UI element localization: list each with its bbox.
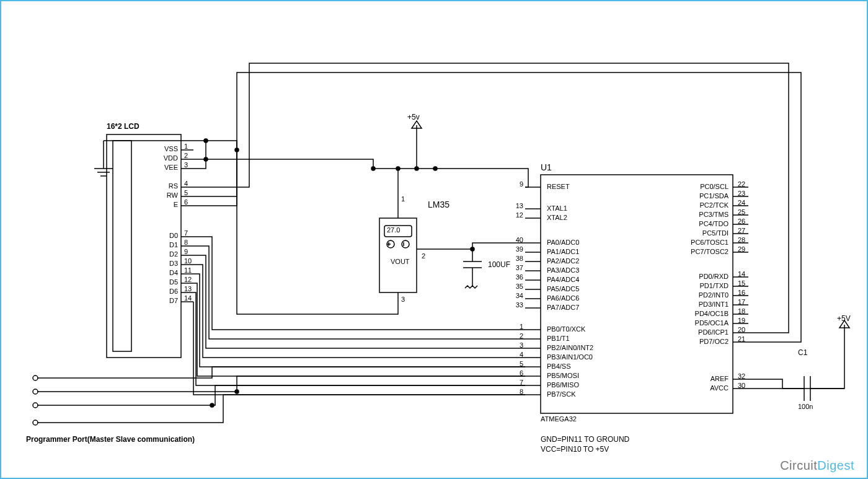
cap2-supply: +5V <box>837 314 851 323</box>
lcd-pin-num-9: 9 <box>184 248 188 255</box>
mcu-right-name-PD7/OC2: PD7/OC2 <box>663 338 728 345</box>
cap1-value: 100UF <box>488 260 510 269</box>
mcu-left-num-35: 35 <box>510 283 523 290</box>
mcu-part: ATMEGA32 <box>541 415 577 423</box>
lcd-title: 16*2 LCD <box>107 122 140 131</box>
mcu-right-num-22: 22 <box>738 180 745 188</box>
schematic-svg <box>1 1 867 478</box>
lm35-pin2: 2 <box>422 252 425 260</box>
svg-point-7 <box>33 376 38 380</box>
mcu-left-name-RESET: RESET <box>547 183 570 190</box>
note-gnd: GND=PIN11 TO GROUND <box>541 435 629 444</box>
lcd-pin-name-D1: D1 <box>144 241 178 248</box>
mcu-left-num-13: 13 <box>510 202 523 209</box>
note-vcc: VCC=PIN10 TO +5V <box>541 445 609 454</box>
mcu-right-num-18: 18 <box>738 307 745 315</box>
mcu-left-name-PA3/ADC3: PA3/ADC3 <box>547 266 579 274</box>
lm35-display: 27.0 <box>387 226 400 234</box>
lcd-pin-num-6: 6 <box>184 198 188 206</box>
mcu-left-name-XTAL1: XTAL1 <box>547 204 567 212</box>
svg-point-9 <box>33 403 38 408</box>
svg-point-10 <box>33 420 38 425</box>
mcu-left-name-PA0/ADC0: PA0/ADC0 <box>547 239 579 246</box>
mcu-right-num-14: 14 <box>738 270 745 278</box>
brand-a: Circuit <box>780 459 817 472</box>
lm35-vout: VOUT <box>391 258 410 265</box>
mcu-left-name-PA6/ADC6: PA6/ADC6 <box>547 294 579 302</box>
schematic-diagram: { "lcd":{ "title":"16*2 LCD", "pins":[ {… <box>0 0 868 479</box>
mcu-right-name-AVCC: AVCC <box>663 384 728 392</box>
mcu-right-name-PC0/SCL: PC0/SCL <box>663 183 728 190</box>
mcu-left-num-3: 3 <box>510 341 523 349</box>
lm35-supply: +5v <box>407 113 420 121</box>
mcu-right-num-32: 32 <box>738 372 745 380</box>
mcu-left-num-40: 40 <box>510 236 523 244</box>
mcu-right-num-29: 29 <box>738 245 745 253</box>
lcd-pin-num-7: 7 <box>184 229 188 237</box>
mcu-left-num-2: 2 <box>510 332 523 340</box>
cap2-ref: C1 <box>798 348 807 357</box>
mcu-right-num-23: 23 <box>738 190 745 197</box>
lcd-pin-num-10: 10 <box>184 257 192 265</box>
mcu-left-name-PB6/MISO: PB6/MISO <box>547 381 579 389</box>
mcu-left-name-PB0/T0/XCK: PB0/T0/XCK <box>547 325 585 333</box>
mcu-left-num-39: 39 <box>510 245 523 253</box>
mcu-left-num-1: 1 <box>510 323 523 330</box>
svg-point-6 <box>402 240 409 248</box>
lcd-pin-num-1: 1 <box>184 143 188 150</box>
mcu-left-name-PB1/T1: PB1/T1 <box>547 335 570 342</box>
lcd-pin-num-2: 2 <box>184 152 188 159</box>
mcu-left-num-12: 12 <box>510 211 523 219</box>
mcu-left-num-34: 34 <box>510 292 523 299</box>
lcd-pin-num-14: 14 <box>184 294 192 302</box>
mcu-left-name-PA2/ADC2: PA2/ADC2 <box>547 257 579 265</box>
mcu-left-num-36: 36 <box>510 273 523 281</box>
lcd-pin-num-8: 8 <box>184 239 188 246</box>
mcu-left-num-9: 9 <box>510 180 523 188</box>
mcu-right-name-PD1/TXD: PD1/TXD <box>663 282 728 289</box>
mcu-left-num-38: 38 <box>510 255 523 262</box>
lcd-pin-name-VSS: VSS <box>144 145 178 152</box>
mcu-right-name-PD0/RXD: PD0/RXD <box>663 273 728 280</box>
mcu-left-name-PB5/MOSI: PB5/MOSI <box>547 372 579 379</box>
lcd-pin-num-4: 4 <box>184 180 188 187</box>
lcd-pin-name-D5: D5 <box>144 278 178 286</box>
mcu-right-name-AREF: AREF <box>663 375 728 382</box>
lcd-pin-name-E: E <box>144 201 178 208</box>
mcu-right-name-PC6/TOSC1: PC6/TOSC1 <box>663 239 728 246</box>
mcu-left-num-37: 37 <box>510 264 523 271</box>
mcu-left-name-PB4/SS: PB4/SS <box>547 363 571 370</box>
mcu-right-name-PD5/OC1A: PD5/OC1A <box>663 319 728 327</box>
mcu-right-name-PD2/INT0: PD2/INT0 <box>663 291 728 299</box>
lcd-pin-name-D2: D2 <box>144 250 178 258</box>
mcu-left-num-7: 7 <box>510 379 523 386</box>
lm35-pin1: 1 <box>401 195 405 203</box>
mcu-right-name-PD4/OC1B: PD4/OC1B <box>663 310 728 317</box>
mcu-right-name-PC3/TMS: PC3/TMS <box>663 211 728 218</box>
mcu-right-num-17: 17 <box>738 298 745 305</box>
mcu-left-num-33: 33 <box>510 301 523 309</box>
mcu-left-num-6: 6 <box>510 369 523 377</box>
mcu-right-num-21: 21 <box>738 335 745 343</box>
mcu-right-num-24: 24 <box>738 199 745 206</box>
svg-point-8 <box>33 389 38 394</box>
programmer-port-label: Programmer Port(Master Slave communicati… <box>26 435 195 444</box>
mcu-right-num-26: 26 <box>738 218 745 225</box>
mcu-left-num-4: 4 <box>510 351 523 358</box>
lcd-pin-name-RS: RS <box>144 182 178 190</box>
mcu-left-name-PA5/ADC5: PA5/ADC5 <box>547 285 579 292</box>
lcd-pin-name-D6: D6 <box>144 288 178 295</box>
lcd-pin-name-RW: RW <box>144 191 178 199</box>
lcd-pin-name-D0: D0 <box>144 232 178 239</box>
lm35-pin3: 3 <box>401 296 405 303</box>
lcd-pin-num-5: 5 <box>184 189 188 196</box>
mcu-right-name-PC5/TDI: PC5/TDI <box>663 229 728 237</box>
mcu-right-name-PC2/TCK: PC2/TCK <box>663 201 728 209</box>
lcd-pin-name-D4: D4 <box>144 269 178 276</box>
brand-b: Digest <box>817 459 854 472</box>
mcu-left-name-PB2/AIN0/INT2: PB2/AIN0/INT2 <box>547 344 593 351</box>
lcd-pin-name-D7: D7 <box>144 297 178 304</box>
mcu-right-name-PC7/TOSC2: PC7/TOSC2 <box>663 248 728 255</box>
mcu-right-num-19: 19 <box>738 317 745 324</box>
lcd-pin-num-11: 11 <box>184 266 192 274</box>
